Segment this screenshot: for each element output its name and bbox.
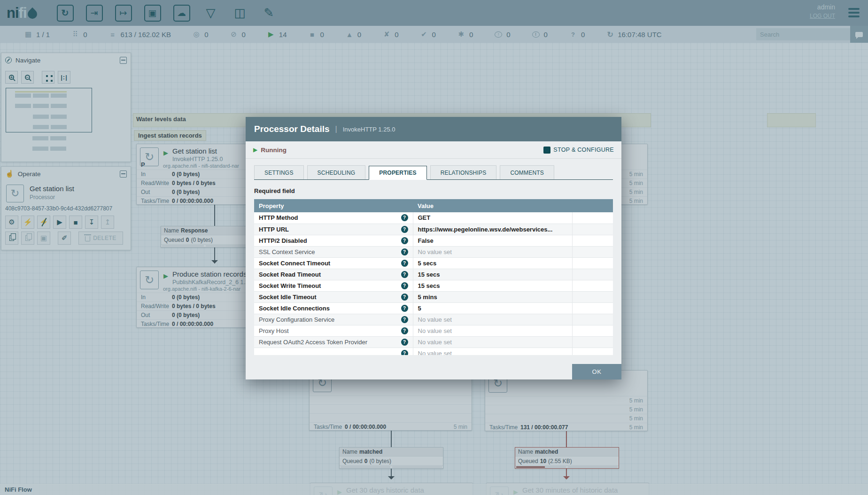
stop-and-configure-button[interactable]: STOP & CONFIGURE [543,147,614,154]
processor-run-status: Running [261,147,287,154]
processor-details-dialog: Processor Details | InvokeHTTP 1.25.0 Ru… [246,117,621,379]
dialog-subtitle: InvokeHTTP 1.25.0 [343,126,395,133]
help-icon[interactable]: ? [401,327,408,334]
property-row: Socket Connect Timeout?5 secs [254,257,613,269]
stop-configure-icon [543,147,550,154]
help-icon[interactable]: ? [401,305,408,312]
property-name: Socket Idle Connections [259,305,330,312]
property-value: 15 secs [413,269,572,280]
help-icon[interactable]: ? [401,339,408,346]
help-icon[interactable]: ? [401,350,408,356]
property-value: 5 secs [413,257,572,269]
property-value: 15 secs [413,280,572,291]
property-value: No value set [413,246,572,257]
property-name: Socket Write Timeout [259,282,321,289]
dialog-header: Processor Details | InvokeHTTP 1.25.0 [246,117,621,141]
dialog-tabs: SETTINGSSCHEDULINGPROPERTIESRELATIONSHIP… [254,165,613,180]
property-name: Socket Read Timeout [259,271,321,278]
property-row: Socket Read Timeout?15 secs [254,269,613,280]
column-header-extra [572,199,613,212]
properties-table: Property Value HTTP Method?GETHTTP URL?h… [254,199,613,355]
property-value: 5 [413,302,572,314]
help-icon[interactable]: ? [401,294,408,301]
property-name: Request OAuth2 Access Token Provider [259,339,367,346]
property-value: No value set [413,314,572,325]
property-value: https://www.pegelonline.wsv.de/webservic… [413,224,572,235]
tab-scheduling[interactable]: SCHEDULING [307,165,366,179]
help-icon[interactable]: ? [401,237,408,244]
ok-button[interactable]: OK [572,364,621,379]
property-value: No value set [413,336,572,348]
column-header-property: Property [254,199,413,212]
required-field-note: Required field [254,187,613,194]
property-value: 5 mins [413,291,572,302]
property-value: No value set [413,325,572,336]
property-name: SSL Context Service [259,248,315,255]
running-status-icon [253,147,257,153]
property-name: HTTP/2 Disabled [259,237,307,244]
tab-comments[interactable]: COMMENTS [500,165,554,179]
help-icon[interactable]: ? [401,260,408,267]
property-row: HTTP/2 Disabled?False [254,235,613,246]
property-name: Proxy Configuration Service [259,316,334,323]
tab-settings[interactable]: SETTINGS [254,165,304,179]
help-icon[interactable]: ? [401,271,408,278]
property-value: GET [413,212,572,224]
property-row: Proxy Configuration Service?No value set [254,314,613,325]
property-row: Socket Write Timeout?15 secs [254,280,613,291]
dialog-title: Processor Details [254,124,330,134]
dialog-title-separator: | [335,125,337,133]
property-value: False [413,235,572,246]
property-row: ?No value set [254,348,613,355]
property-name: Socket Idle Timeout [259,294,317,301]
property-name: Socket Connect Timeout [259,260,330,267]
property-row: SSL Context Service?No value set [254,246,613,257]
property-row: Socket Idle Timeout?5 mins [254,291,613,302]
property-row: Socket Idle Connections?5 [254,302,613,314]
property-row: Request OAuth2 Access Token Provider?No … [254,336,613,348]
property-name: Proxy Host [259,327,289,334]
help-icon[interactable]: ? [401,248,408,255]
property-value: No value set [413,348,572,355]
property-row: HTTP Method?GET [254,212,613,224]
help-icon[interactable]: ? [401,316,408,323]
property-row: Proxy Host?No value set [254,325,613,336]
help-icon[interactable]: ? [401,226,408,233]
property-name: HTTP URL [259,226,289,233]
help-icon[interactable]: ? [401,282,408,289]
tab-relationships[interactable]: RELATIONSHIPS [430,165,497,179]
property-row: HTTP URL?https://www.pegelonline.wsv.de/… [254,224,613,235]
stop-and-configure-label: STOP & CONFIGURE [553,147,614,153]
property-name: HTTP Method [259,214,298,221]
help-icon[interactable]: ? [401,214,408,221]
tab-properties[interactable]: PROPERTIES [369,166,426,180]
column-header-value: Value [413,199,572,212]
